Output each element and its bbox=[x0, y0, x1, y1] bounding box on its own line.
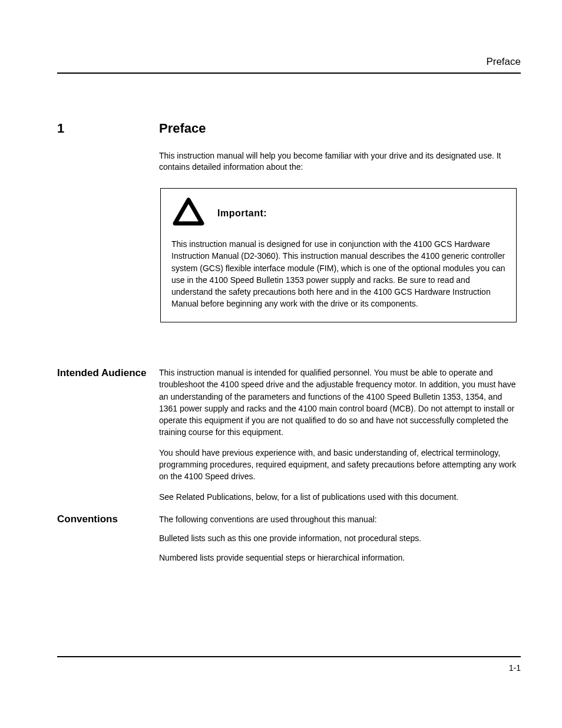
footer-page-number: 1-1 bbox=[509, 663, 521, 673]
warning-triangle-icon bbox=[171, 197, 206, 230]
footer-rule bbox=[57, 656, 521, 657]
conventions-para-1: The following conventions are used throu… bbox=[159, 513, 518, 525]
conventions-para-2: Bulleted lists such as this one provide … bbox=[159, 532, 518, 544]
header-title: Preface bbox=[57, 56, 521, 68]
intended-audience-body: This instruction manual is intended for … bbox=[159, 367, 518, 511]
intended-audience-heading: Intended Audience bbox=[57, 367, 148, 379]
conventions-body: The following conventions are used throu… bbox=[159, 513, 518, 571]
chapter-number: 1 bbox=[57, 121, 64, 136]
important-box: Important: This instruction manual is de… bbox=[160, 188, 517, 322]
intended-para-3: See Related Publications, below, for a l… bbox=[159, 491, 518, 503]
important-header: Important: bbox=[171, 197, 505, 230]
header-rule bbox=[57, 73, 521, 74]
conventions-heading: Conventions bbox=[57, 513, 118, 525]
important-text: This instruction manual is designed for … bbox=[171, 238, 505, 310]
header: Preface bbox=[57, 56, 521, 74]
intended-para-1: This instruction manual is intended for … bbox=[159, 367, 518, 439]
page: Preface 1 Preface This instruction manua… bbox=[0, 0, 562, 728]
chapter-title: Preface bbox=[159, 121, 206, 136]
important-label: Important: bbox=[217, 208, 267, 219]
intro-paragraph: This instruction manual will help you be… bbox=[159, 150, 518, 173]
conventions-para-3: Numbered lists provide sequential steps … bbox=[159, 552, 518, 564]
intended-para-2: You should have previous experience with… bbox=[159, 447, 518, 483]
